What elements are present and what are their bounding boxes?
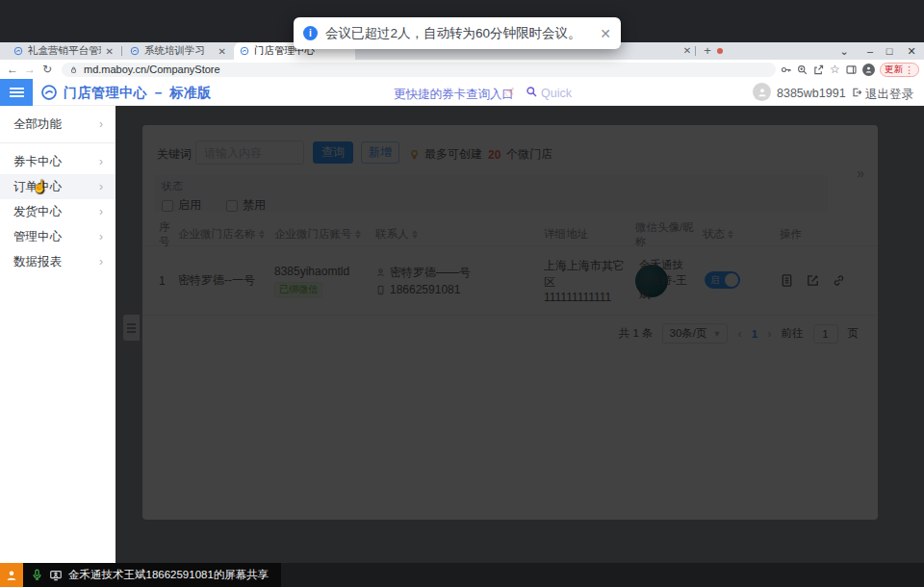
browser-toolbar: ← → ↻ md.maboy.cn/CompanyStore ☆ 更新 ⋮ bbox=[0, 60, 924, 79]
search-button[interactable]: 查询 bbox=[313, 141, 353, 164]
toggle-on-label: 启 bbox=[710, 274, 720, 287]
toast-close-icon[interactable]: ✕ bbox=[600, 26, 611, 41]
sidebar-item-coupon-center[interactable]: 券卡中心 › bbox=[0, 149, 116, 174]
chrome-update-button[interactable]: 更新 ⋮ bbox=[880, 63, 919, 77]
chevron-right-icon: › bbox=[99, 180, 103, 193]
address-bar[interactable]: md.maboy.cn/CompanyStore bbox=[62, 63, 776, 77]
col-header-store-name[interactable]: 企业微门店名称 bbox=[178, 227, 274, 242]
zoom-icon[interactable] bbox=[796, 64, 808, 76]
add-store-button[interactable]: 新增 bbox=[361, 141, 399, 164]
app-logo-icon bbox=[40, 84, 58, 101]
app-header: 门店管理中心 － 标准版 更快捷的券卡查询入口 ☞ Quick 8385wb19… bbox=[0, 79, 924, 106]
contact-name: 密特罗德——号 bbox=[390, 265, 471, 281]
checkbox-disabled[interactable]: 禁用 bbox=[226, 197, 266, 214]
checkbox-icon bbox=[226, 200, 238, 212]
tab-gift-platform[interactable]: 礼盒营销平台管理中心 ✕ bbox=[8, 42, 119, 60]
share-icon[interactable] bbox=[812, 64, 825, 76]
wechat-nickname: 金禾通技术支持-王斌 bbox=[639, 258, 687, 303]
bookmark-star-icon[interactable]: ☆ bbox=[829, 64, 841, 76]
cell-address: 上海上海市其它区 111111111111 bbox=[544, 258, 635, 304]
col-header-status[interactable]: 状态 bbox=[703, 227, 780, 242]
minimize-button[interactable]: – bbox=[860, 43, 881, 59]
quick-search-label[interactable]: Quick bbox=[541, 87, 572, 100]
site-favicon-icon bbox=[130, 46, 140, 56]
cell-account: 8385yihaomtld 已绑微信 bbox=[274, 265, 375, 297]
menu-toggle-button[interactable] bbox=[0, 79, 33, 106]
back-button[interactable]: ← bbox=[4, 63, 21, 76]
phone-icon bbox=[375, 285, 386, 295]
screen: 礼盒营销平台管理中心 ✕ 系统培训学习 ✕ 门店管理中心 ✕ + ⌄ – □ ✕… bbox=[0, 0, 924, 587]
logout-icon[interactable] bbox=[851, 87, 862, 98]
user-avatar[interactable] bbox=[753, 83, 771, 101]
tab-training[interactable]: 系统培训学习 ✕ bbox=[124, 42, 232, 60]
chevron-right-icon: › bbox=[99, 205, 103, 218]
cell-contact: 密特罗德——号 18662591081 bbox=[375, 263, 544, 298]
sidebar-item-management-center[interactable]: 管理中心 › bbox=[0, 224, 116, 249]
logout-button[interactable]: 退出登录 bbox=[865, 87, 913, 103]
profile-avatar-icon[interactable] bbox=[862, 64, 875, 76]
site-favicon-icon bbox=[240, 46, 249, 56]
bulb-icon bbox=[408, 148, 421, 161]
key-icon[interactable] bbox=[780, 64, 792, 76]
sidebar-item-label: 管理中心 bbox=[13, 229, 62, 245]
col-header-address: 详细地址 bbox=[544, 227, 635, 242]
sort-icon[interactable] bbox=[259, 230, 265, 239]
keyword-input[interactable] bbox=[195, 140, 304, 165]
tab-close-icon[interactable]: ✕ bbox=[680, 42, 694, 60]
chevron-right-icon: › bbox=[99, 155, 103, 168]
prev-page-button[interactable]: ‹ bbox=[737, 326, 741, 341]
info-icon: i bbox=[303, 26, 318, 40]
cell-wechat bbox=[635, 265, 703, 297]
screen-share-indicator: 金禾通技术王斌18662591081的屏幕共享 bbox=[23, 563, 281, 587]
tab-close-icon[interactable]: ✕ bbox=[218, 46, 226, 57]
checkbox-enabled[interactable]: 启用 bbox=[162, 197, 201, 214]
sidebar-item-shipping-center[interactable]: 发货中心 › bbox=[0, 199, 116, 224]
collapse-filters-icon[interactable]: » bbox=[857, 166, 864, 181]
sidebar-item-label: 券卡中心 bbox=[13, 154, 62, 170]
forward-button[interactable]: → bbox=[21, 63, 38, 76]
microphone-icon bbox=[31, 569, 43, 581]
col-header-account[interactable]: 企业微门店账号 bbox=[274, 227, 375, 242]
sort-icon[interactable] bbox=[412, 230, 418, 239]
detail-clipboard-icon[interactable] bbox=[780, 273, 794, 288]
next-page-button[interactable]: › bbox=[767, 326, 771, 341]
limit-tip-suffix: 个微门店 bbox=[506, 146, 552, 163]
side-panel-icon[interactable] bbox=[845, 64, 858, 76]
col-header-index: 序号 bbox=[159, 220, 178, 249]
main-content-dimmed: 关键词 查询 新增 最多可创建 20 个微门店 » 状态 启用 bbox=[116, 106, 924, 563]
quick-search-icon[interactable] bbox=[526, 86, 538, 98]
reload-button[interactable]: ↻ bbox=[38, 63, 56, 76]
coupon-query-link[interactable]: 更快捷的券卡查询入口 bbox=[394, 87, 514, 103]
link-icon[interactable] bbox=[832, 273, 846, 288]
sidebar-item-all-functions[interactable]: 全部功能 › bbox=[0, 112, 116, 137]
browser-menu-chevron[interactable]: ⌄ bbox=[834, 43, 855, 59]
new-tab-button[interactable]: + bbox=[700, 42, 715, 60]
username[interactable]: 8385wb1991 bbox=[777, 87, 846, 100]
sidebar-item-label: 数据报表 bbox=[13, 254, 62, 270]
col-header-contact[interactable]: 联系人 bbox=[375, 227, 544, 242]
checkbox-icon bbox=[162, 200, 173, 212]
sidebar-item-label: 发货中心 bbox=[13, 204, 62, 220]
edit-icon[interactable] bbox=[806, 273, 820, 288]
status-toggle-on[interactable]: 启 bbox=[705, 271, 740, 289]
table-header-row: 序号 企业微门店名称 企业微门店账号 联系人 详细地址 微信头像/昵称 状态 bbox=[142, 223, 878, 246]
sort-icon[interactable] bbox=[355, 230, 361, 239]
tab-close-icon[interactable]: ✕ bbox=[106, 46, 114, 57]
sidebar-item-data-reports[interactable]: 数据报表 › bbox=[0, 249, 116, 274]
chevron-right-icon: › bbox=[99, 117, 103, 131]
window-close-button[interactable]: ✕ bbox=[901, 43, 922, 59]
table-row: 1 密特罗德--一号 8385yihaomtld 已绑微信 密特罗德——号 bbox=[142, 246, 878, 316]
cell-store-name: 密特罗德--一号 bbox=[178, 272, 274, 289]
col-header-label: 企业微门店账号 bbox=[274, 227, 352, 242]
goto-label: 前往 bbox=[782, 326, 804, 341]
sidebar-item-order-center[interactable]: 订单中心 › bbox=[0, 174, 116, 199]
current-page[interactable]: 1 bbox=[752, 328, 757, 340]
store-limit-tip: 最多可创建 20 个微门店 bbox=[408, 146, 552, 163]
col-header-wechat: 微信头像/昵称 bbox=[635, 220, 703, 249]
page-size-select[interactable]: 30条/页 ▼ bbox=[662, 323, 728, 344]
sort-icon[interactable] bbox=[728, 230, 733, 239]
goto-page-input[interactable] bbox=[813, 324, 838, 344]
drawer-handle[interactable] bbox=[123, 315, 140, 341]
col-header-label: 状态 bbox=[703, 227, 725, 242]
maximize-button[interactable]: □ bbox=[879, 43, 900, 59]
